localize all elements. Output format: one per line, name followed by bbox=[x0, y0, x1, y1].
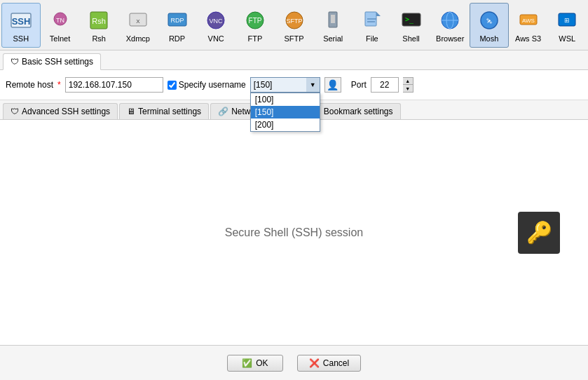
toolbar-label-vnc: VNC bbox=[208, 34, 224, 43]
toolbar-item-wsl[interactable]: ⊞ WSL bbox=[547, 3, 587, 48]
telnet-icon: TN bbox=[48, 8, 73, 33]
toolbar-item-sftp[interactable]: SFTP SFTP bbox=[275, 3, 314, 48]
port-input[interactable] bbox=[371, 77, 399, 93]
svg-text:VNC: VNC bbox=[210, 18, 224, 25]
dropdown-item-150[interactable]: [150] bbox=[251, 106, 320, 118]
toolbar-label-wsl: WSL bbox=[559, 34, 575, 43]
cancel-icon: ❌ bbox=[309, 358, 320, 368]
toolbar-item-vnc[interactable]: VNC VNC bbox=[196, 3, 235, 48]
port-label: Port bbox=[351, 80, 367, 90]
toolbar-item-aws[interactable]: AWS Aws S3 bbox=[509, 3, 548, 48]
specify-username-label[interactable]: Specify username bbox=[167, 80, 246, 90]
username-combo-wrapper: ▼ [100] [150] [200] bbox=[250, 77, 320, 93]
toolbar-label-browser: Browser bbox=[436, 34, 464, 43]
port-spinner: ▲ ▼ bbox=[403, 77, 413, 93]
svg-text:RDP: RDP bbox=[170, 17, 184, 24]
svg-rect-17 bbox=[331, 15, 335, 23]
toolbar-item-mosh[interactable]: 🛰 Mosh bbox=[470, 3, 509, 48]
toolbar-item-ftp[interactable]: FTP FTP bbox=[235, 3, 275, 48]
toolbar-label-rsh: Rsh bbox=[92, 34, 106, 43]
toolbar-item-telnet[interactable]: TN Telnet bbox=[41, 3, 80, 48]
toolbar-item-file[interactable]: File bbox=[353, 3, 392, 48]
svg-text:Rsh: Rsh bbox=[92, 17, 106, 25]
cancel-button[interactable]: ❌ Cancel bbox=[297, 355, 361, 372]
svg-text:⊞: ⊞ bbox=[564, 17, 570, 24]
toolbar: SSH SSH TN Telnet Rsh Rsh X Xdmcp RDP RD… bbox=[0, 0, 588, 50]
svg-text:X: X bbox=[136, 18, 140, 25]
toolbar-item-serial[interactable]: Serial bbox=[313, 3, 353, 48]
primary-tabs: 🛡 Basic SSH settings bbox=[0, 50, 588, 69]
primary-tab-label: Basic SSH settings bbox=[22, 57, 93, 67]
required-marker: * bbox=[57, 80, 61, 90]
toolbar-item-shell[interactable]: >_ Shell bbox=[392, 3, 431, 48]
toolbar-label-sftp: SFTP bbox=[284, 34, 303, 43]
dropdown-item-100[interactable]: [100] bbox=[251, 93, 320, 106]
toolbar-item-browser[interactable]: Browser bbox=[430, 3, 470, 48]
svg-text:SSH: SSH bbox=[11, 16, 30, 27]
file-icon bbox=[360, 8, 385, 33]
combo-dropdown-arrow[interactable]: ▼ bbox=[306, 77, 320, 93]
toolbar-label-xdmcp: Xdmcp bbox=[126, 34, 150, 43]
tab-basic-ssh[interactable]: 🛡 Basic SSH settings bbox=[3, 53, 101, 70]
remote-host-input[interactable] bbox=[65, 77, 163, 93]
key-icon-box: 🔑 bbox=[518, 212, 560, 254]
dropdown-item-200[interactable]: [200] bbox=[251, 118, 320, 131]
svg-text:FTP: FTP bbox=[248, 17, 261, 25]
network-settings-icon: 🔗 bbox=[218, 107, 228, 116]
specify-username-checkbox[interactable] bbox=[167, 81, 177, 90]
serial-icon bbox=[320, 8, 346, 33]
wsl-icon: ⊞ bbox=[554, 8, 580, 33]
svg-text:TN: TN bbox=[56, 17, 64, 24]
aws-icon: AWS bbox=[516, 8, 541, 33]
toolbar-label-mosh: Mosh bbox=[479, 34, 498, 43]
advanced-ssh-icon: 🛡 bbox=[11, 107, 19, 116]
browser-icon bbox=[437, 8, 463, 33]
toolbar-item-rdp[interactable]: RDP RDP bbox=[158, 3, 197, 48]
xdmcp-icon: X bbox=[125, 8, 151, 33]
ssh-icon: SSH bbox=[8, 8, 34, 33]
bottom-bar: ✅ OK ❌ Cancel bbox=[0, 345, 588, 380]
shield-icon: 🛡 bbox=[11, 57, 19, 67]
toolbar-label-telnet: Telnet bbox=[50, 34, 70, 43]
toolbar-label-aws: Aws S3 bbox=[515, 34, 541, 43]
toolbar-label-ftp: FTP bbox=[247, 34, 262, 43]
tab-advanced-ssh[interactable]: 🛡 Advanced SSH settings bbox=[3, 103, 118, 119]
toolbar-label-rdp: RDP bbox=[169, 34, 185, 43]
rdp-icon: RDP bbox=[165, 8, 190, 33]
toolbar-label-file: File bbox=[366, 34, 378, 43]
key-icon: 🔑 bbox=[526, 220, 552, 245]
toolbar-label-serial: Serial bbox=[323, 34, 343, 43]
port-spin-down[interactable]: ▼ bbox=[403, 85, 413, 92]
svg-text:>_: >_ bbox=[405, 15, 414, 24]
toolbar-item-ssh[interactable]: SSH SSH bbox=[1, 3, 41, 48]
svg-text:SFTP: SFTP bbox=[286, 18, 302, 25]
primary-tab-section: 🛡 Basic SSH settings bbox=[0, 50, 588, 70]
username-dropdown: [100] [150] [200] bbox=[250, 93, 320, 132]
session-label: Secure Shell (SSH) session bbox=[225, 226, 363, 239]
main-content: 🛡 Basic SSH settings Remote host * Speci… bbox=[0, 50, 588, 380]
toolbar-label-shell: Shell bbox=[402, 34, 419, 43]
rsh-icon: Rsh bbox=[86, 8, 111, 33]
cancel-label: Cancel bbox=[323, 358, 349, 368]
ok-button[interactable]: ✅ OK bbox=[227, 355, 283, 372]
settings-area: Remote host * Specify username ▼ [100] [… bbox=[0, 70, 588, 100]
vnc-icon: VNC bbox=[203, 8, 228, 33]
svg-text:🛰: 🛰 bbox=[486, 18, 493, 25]
ok-label: OK bbox=[256, 358, 268, 368]
user-icon-button[interactable]: 👤 bbox=[324, 77, 341, 93]
form-row: Remote host * Specify username ▼ [100] [… bbox=[6, 77, 582, 93]
ok-icon: ✅ bbox=[242, 358, 252, 368]
tab-terminal-settings[interactable]: 🖥 Terminal settings bbox=[119, 103, 209, 119]
toolbar-item-rsh[interactable]: Rsh Rsh bbox=[79, 3, 118, 48]
tab-bookmark-settings-label: Bookmark settings bbox=[324, 107, 393, 116]
toolbar-item-xdmcp[interactable]: X Xdmcp bbox=[118, 3, 158, 48]
mosh-icon: 🛰 bbox=[477, 8, 502, 33]
port-spin-up[interactable]: ▲ bbox=[403, 78, 413, 85]
center-content: Secure Shell (SSH) session 🔑 bbox=[0, 120, 588, 345]
svg-marker-19 bbox=[376, 12, 381, 16]
sftp-icon: SFTP bbox=[282, 8, 307, 33]
toolbar-label-ssh: SSH bbox=[13, 34, 29, 43]
remote-host-label: Remote host bbox=[6, 80, 53, 90]
ftp-icon: FTP bbox=[242, 8, 268, 33]
terminal-settings-icon: 🖥 bbox=[127, 107, 135, 116]
